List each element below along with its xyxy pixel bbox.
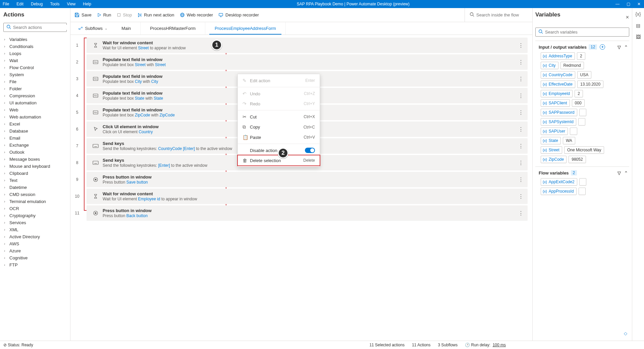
action-category[interactable]: ›Email (3, 135, 67, 142)
variable-chip[interactable]: {x}EmployeeId (541, 90, 573, 97)
action-category[interactable]: ›Services (3, 219, 67, 226)
tab-processemployeeaddressform[interactable]: ProcessEmployeeAddressForm (205, 22, 286, 35)
close-button[interactable]: ✕ (637, 2, 641, 6)
menu-view[interactable]: View (67, 2, 75, 6)
more-icon[interactable]: ⋮ (516, 143, 523, 149)
action-category[interactable]: ›AWS (3, 240, 67, 247)
tab-processhrmasterform[interactable]: ProcessHRMasterForm (141, 22, 205, 35)
more-icon[interactable]: ⋮ (516, 42, 523, 49)
action-category[interactable]: ›Text (3, 177, 67, 184)
action-category[interactable]: ›Mouse and keyboard (3, 163, 67, 170)
ui-elements-rail-icon[interactable]: ▤ (636, 23, 640, 28)
action-category[interactable]: ›OCR (3, 205, 67, 212)
variable-chip[interactable]: {x}City (541, 62, 558, 69)
variable-chip[interactable]: {x}State (541, 137, 561, 144)
action-category[interactable]: ›Datetime (3, 184, 67, 191)
flow-search[interactable] (465, 8, 528, 22)
io-variables-header[interactable]: Input / output variables 12 + ▽ ⌃ (535, 43, 629, 52)
desktop-recorder-button[interactable]: Desktop recorder (218, 12, 259, 17)
minimize-button[interactable]: ― (615, 2, 620, 6)
variable-row[interactable]: {x}StateWA (541, 137, 629, 144)
action-category[interactable]: ›XML (3, 226, 67, 233)
action-category[interactable]: ›Cognitive (3, 254, 67, 261)
action-category[interactable]: ›Exchange (3, 142, 67, 149)
variable-chip[interactable]: {x}ZipCode (541, 156, 567, 163)
more-icon[interactable]: ⋮ (516, 193, 523, 200)
images-rail-icon[interactable]: 🖼 (636, 34, 641, 40)
maximize-button[interactable]: ▢ (626, 2, 631, 6)
save-button[interactable]: Save (74, 12, 92, 17)
menu-help[interactable]: Help (83, 2, 91, 6)
variable-chip[interactable]: {x}SAPClient (541, 99, 570, 107)
more-icon[interactable]: ⋮ (516, 93, 523, 99)
flow-step[interactable]: 9Press button in windowPress button Save… (70, 172, 528, 187)
variables-search-input[interactable] (545, 30, 626, 35)
flow-search-input[interactable] (476, 12, 523, 17)
menu-debug[interactable]: Debug (31, 2, 43, 6)
more-icon[interactable]: ⋮ (516, 177, 523, 183)
variable-chip[interactable]: {x}EffectiveDate (541, 81, 575, 88)
action-category[interactable]: ›Variables (3, 36, 67, 43)
variable-row[interactable]: {x}EffectiveDate13.10.2020 (541, 81, 629, 88)
action-category[interactable]: ›System (3, 71, 67, 78)
variable-chip[interactable]: {x}Street (541, 146, 562, 154)
variable-row[interactable]: {x}SAPUser (541, 128, 629, 135)
variables-search[interactable] (535, 28, 629, 37)
web-recorder-button[interactable]: Web recorder (180, 12, 213, 17)
action-category[interactable]: ›Flow Control (3, 64, 67, 71)
variable-row[interactable]: {x}SAPSystemId (541, 118, 629, 126)
action-category[interactable]: ›Terminal emulation (3, 198, 67, 205)
variable-row[interactable]: {x}CountryCodeUSA (541, 71, 629, 79)
menu-tools[interactable]: Tools (50, 2, 59, 6)
action-category[interactable]: ›Compression (3, 92, 67, 99)
subflows-dropdown[interactable]: ∘⁄° Subflows ⌄ (73, 22, 112, 35)
more-icon[interactable]: ⋮ (516, 126, 523, 133)
action-category[interactable]: ›Excel (3, 120, 67, 128)
variable-chip[interactable]: {x}CountryCode (541, 71, 575, 79)
variable-row[interactable]: {x}SAPClient000 (541, 99, 629, 107)
ctx-copy[interactable]: ⧉ Copy Ctrl+C (238, 122, 320, 132)
action-category[interactable]: ›CMD session (3, 191, 67, 198)
run-button[interactable]: Run (97, 12, 111, 17)
variable-row[interactable]: {x}AppProcessId (541, 188, 629, 195)
close-icon[interactable]: ✕ (626, 15, 629, 20)
variables-rail-icon[interactable]: {x} (635, 11, 641, 17)
menu-edit[interactable]: Edit (16, 2, 23, 6)
variable-row[interactable]: {x}AddressType2 (541, 52, 629, 60)
chevron-up-icon[interactable]: ⌃ (624, 170, 628, 176)
more-icon[interactable]: ⋮ (516, 59, 523, 65)
filter-icon[interactable]: ▽ (618, 45, 621, 50)
variable-row[interactable]: {x}StreetOne Microsoft Way (541, 146, 629, 154)
action-category[interactable]: ›Clipboard (3, 170, 67, 177)
more-icon[interactable]: ⋮ (516, 109, 523, 116)
action-category[interactable]: ›Database (3, 128, 67, 135)
filter-icon[interactable]: ▽ (618, 170, 621, 176)
flow-step[interactable]: 1Wait for window contentWait for UI elem… (70, 38, 528, 53)
action-category[interactable]: ›Web (3, 106, 67, 113)
flow-step[interactable]: 11Press button in windowPress button Bac… (70, 205, 528, 221)
variable-row[interactable]: {x}SAPPassword (541, 109, 629, 116)
eraser-icon[interactable]: ◇ (624, 331, 627, 336)
variable-chip[interactable]: {x}SAPSystemId (541, 118, 576, 126)
action-category[interactable]: ›Outlook (3, 149, 67, 156)
variable-chip[interactable]: {x}SAPUser (541, 128, 568, 135)
toggle-switch[interactable] (305, 148, 315, 153)
ctx-cut[interactable]: ✂ Cut Ctrl+X (238, 112, 320, 122)
action-category[interactable]: ›Conditionals (3, 43, 67, 50)
run-next-button[interactable]: Run next action (137, 12, 174, 17)
variable-chip[interactable]: {x}AddressType (541, 52, 575, 60)
variable-row[interactable]: {x}ZipCode98052 (541, 156, 629, 163)
action-category[interactable]: ›File (3, 78, 67, 85)
ctx-delete-selection[interactable]: 🗑 Delete selection Delete (238, 155, 320, 165)
actions-search[interactable] (3, 23, 67, 32)
action-category[interactable]: ›Wait (3, 57, 67, 64)
action-category[interactable]: ›FTP (3, 261, 67, 268)
tab-main[interactable]: Main (112, 22, 141, 35)
action-category[interactable]: ›Active Directory (3, 233, 67, 240)
flow-step[interactable]: 2AbcPopulate text field in windowPopulat… (70, 54, 528, 70)
chevron-up-icon[interactable]: ⌃ (624, 45, 628, 50)
ctx-paste[interactable]: 📋 Paste Ctrl+V (238, 132, 320, 142)
more-icon[interactable]: ⋮ (516, 76, 523, 82)
variable-chip[interactable]: {x}SAPPassword (541, 109, 577, 116)
variable-row[interactable]: {x}CityRedmond (541, 62, 629, 69)
